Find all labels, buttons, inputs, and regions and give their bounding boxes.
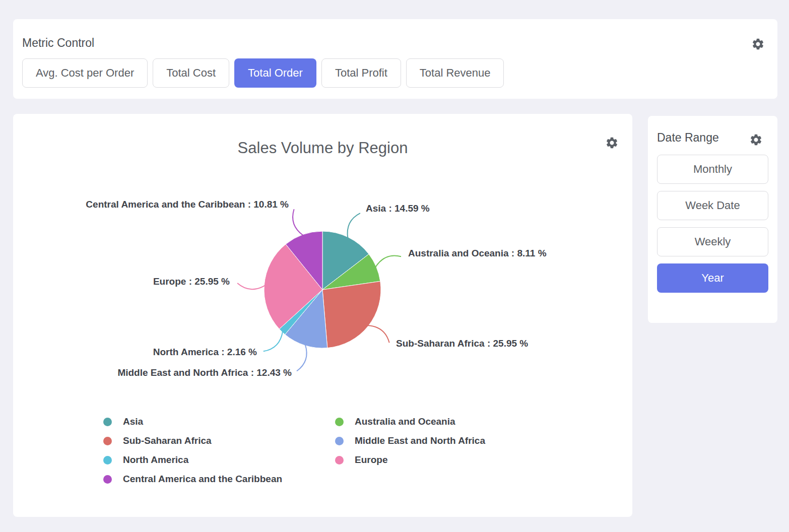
- pie-leader-central-america-and-the-caribbean: [293, 209, 303, 235]
- metric-button-avg-cost-per-order[interactable]: Avg. Cost per Order: [22, 58, 148, 88]
- pie-slice-sub-saharan-africa[interactable]: [322, 281, 381, 348]
- gear-icon: [749, 133, 763, 147]
- legend-label-europe: Europe: [355, 454, 387, 466]
- gear-icon: [751, 37, 765, 51]
- legend-marker-asia: [103, 418, 112, 426]
- metric-buttons: Avg. Cost per OrderTotal CostTotal Order…: [22, 58, 768, 88]
- pie-leader-middle-east-and-north-africa: [297, 345, 307, 371]
- pie-leader-europe: [237, 283, 265, 289]
- legend-label-middle-east-and-north-africa: Middle East and North Africa: [355, 435, 485, 446]
- metric-button-total-order[interactable]: Total Order: [234, 58, 316, 88]
- pie-label-asia: Asia : 14.59 %: [366, 203, 430, 214]
- legend-marker-north-america: [103, 456, 112, 464]
- chart-card: Sales Volume by Region AsiaSub-Saharan A…: [13, 114, 632, 517]
- date-range-button-year[interactable]: Year: [657, 263, 768, 293]
- legend-item-north-america[interactable]: North America: [103, 454, 335, 466]
- date-range-button-weekly[interactable]: Weekly: [657, 227, 768, 256]
- legend-marker-central-america-and-the-caribbean: [103, 475, 112, 484]
- metric-control-settings-button[interactable]: [750, 36, 765, 51]
- pie-label-north-america: North America : 2.16 %: [153, 347, 257, 358]
- metric-button-total-revenue[interactable]: Total Revenue: [406, 58, 504, 88]
- legend-marker-middle-east-and-north-africa: [335, 437, 344, 445]
- metric-control-card: Metric Control Avg. Cost per OrderTotal …: [13, 19, 777, 99]
- legend-item-sub-saharan-africa[interactable]: Sub-Saharan Africa: [103, 435, 335, 446]
- legend-item-middle-east-and-north-africa[interactable]: Middle East and North Africa: [335, 435, 485, 446]
- legend-marker-australia-and-oceania: [335, 418, 344, 426]
- pie-leader-australia-and-oceania: [375, 255, 401, 267]
- legend-item-central-america-and-the-caribbean[interactable]: Central America and the Caribbean: [103, 474, 335, 485]
- pie-label-europe: Europe : 25.95 %: [153, 276, 230, 287]
- pie-leader-asia: [348, 213, 360, 238]
- legend-label-central-america-and-the-caribbean: Central America and the Caribbean: [123, 474, 282, 485]
- legend-item-australia-and-oceania[interactable]: Australia and Oceania: [335, 416, 485, 427]
- date-range-buttons: MonthlyWeek DateWeeklyYear: [657, 155, 768, 293]
- legend-marker-sub-saharan-africa: [103, 437, 112, 445]
- pie-label-middle-east-and-north-africa: Middle East and North Africa : 12.43 %: [117, 367, 292, 378]
- legend-label-asia: Asia: [123, 416, 143, 427]
- date-range-settings-button[interactable]: [748, 132, 763, 147]
- date-range-button-week-date[interactable]: Week Date: [657, 191, 768, 220]
- date-range-card: Date Range MonthlyWeek DateWeeklyYear: [648, 116, 777, 323]
- metric-control-title: Metric Control: [22, 36, 768, 50]
- chart-legend: AsiaSub-Saharan AfricaNorth AmericaCentr…: [103, 412, 485, 489]
- metric-button-total-profit[interactable]: Total Profit: [321, 58, 401, 88]
- pie-label-central-america-and-the-caribbean: Central America and the Caribbean : 10.8…: [86, 199, 289, 210]
- legend-label-sub-saharan-africa: Sub-Saharan Africa: [123, 435, 212, 446]
- pie-leader-sub-saharan-africa: [367, 325, 389, 343]
- legend-item-europe[interactable]: Europe: [335, 454, 485, 466]
- legend-item-asia[interactable]: Asia: [103, 416, 335, 427]
- pie-leader-north-america: [264, 331, 283, 351]
- legend-label-north-america: North America: [123, 454, 188, 466]
- dashboard: { "colors": { "accent": "#6476E8", "back…: [0, 0, 789, 532]
- legend-marker-europe: [335, 456, 344, 464]
- pie-label-australia-and-oceania: Australia and Oceania : 8.11 %: [408, 248, 547, 259]
- pie-label-sub-saharan-africa: Sub-Saharan Africa : 25.95 %: [396, 338, 528, 349]
- date-range-button-monthly[interactable]: Monthly: [657, 155, 768, 184]
- legend-label-australia-and-oceania: Australia and Oceania: [355, 416, 455, 427]
- metric-button-total-cost[interactable]: Total Cost: [153, 58, 229, 88]
